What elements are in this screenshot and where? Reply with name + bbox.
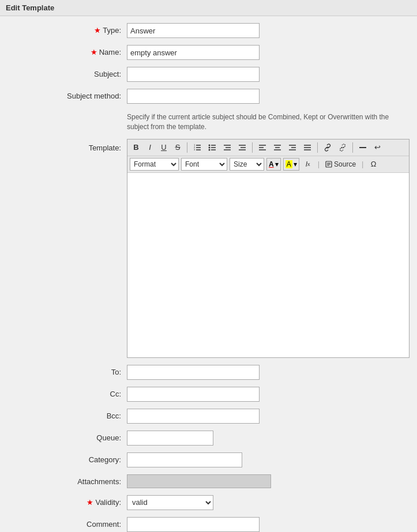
name-field: [127, 45, 410, 60]
bg-color-icon: A: [285, 160, 292, 168]
category-field: [127, 452, 410, 467]
align-justify-button[interactable]: [300, 141, 314, 154]
comment-input[interactable]: [127, 517, 260, 532]
toolbar-pipe-1: |: [318, 160, 320, 168]
toolbar-row1: B I U S 123: [127, 139, 409, 156]
svg-point-8: [209, 149, 211, 150]
font-color-arrow: ▾: [275, 160, 279, 168]
name-label: ★Name:: [0, 45, 127, 56]
attachments-input[interactable]: [127, 474, 271, 488]
size-select[interactable]: Size: [230, 158, 264, 171]
bg-color-arrow: ▾: [294, 160, 297, 168]
svg-text:3: 3: [194, 148, 196, 151]
subject-hint: Specify if the current article subject s…: [127, 112, 404, 132]
subject-method-label: Subject method:: [0, 89, 127, 100]
comment-field: [127, 517, 410, 532]
to-label: To:: [0, 365, 127, 376]
align-center-button[interactable]: [271, 141, 284, 154]
validity-label: ★Validity:: [0, 495, 127, 507]
required-star-type: ★: [94, 26, 101, 35]
subject-field: [127, 67, 410, 82]
toolbar-separator-3: [317, 142, 318, 153]
toolbar-row2: Format Font Size A ▾ A ▾: [127, 156, 409, 173]
validity-field: valid invalid: [127, 495, 410, 510]
page-title: Edit Template: [0, 0, 417, 16]
omega-button[interactable]: Ω: [367, 158, 380, 171]
unordered-list-button[interactable]: [205, 141, 219, 154]
format-select[interactable]: Format: [130, 158, 179, 171]
source-button[interactable]: Source: [323, 159, 358, 169]
queue-input[interactable]: [127, 431, 213, 446]
font-select[interactable]: Font: [181, 158, 227, 171]
toolbar-pipe-2: |: [362, 160, 363, 168]
ordered-list-button[interactable]: 123: [190, 141, 204, 154]
comment-label: Comment:: [0, 517, 127, 529]
type-field: [127, 23, 410, 38]
category-label: Category:: [0, 452, 127, 464]
subject-label: Subject:: [0, 67, 127, 78]
cc-field: [127, 387, 410, 402]
subject-method-field: [127, 89, 410, 104]
name-input[interactable]: [127, 45, 260, 60]
italic-button[interactable]: I: [144, 141, 156, 154]
toolbar-separator-2: [252, 142, 253, 153]
required-star-validity: ★: [87, 498, 93, 507]
toolbar-separator-1: [187, 142, 187, 153]
to-field: [127, 365, 410, 380]
validity-select[interactable]: valid invalid: [127, 495, 213, 510]
subject-input[interactable]: [127, 67, 260, 82]
source-label: Source: [334, 160, 356, 168]
indent-button[interactable]: [235, 141, 249, 154]
font-color-button[interactable]: A ▾: [266, 158, 281, 171]
hr-button[interactable]: [356, 141, 370, 154]
cc-input[interactable]: [127, 387, 260, 402]
align-right-button[interactable]: [285, 141, 299, 154]
underline-button[interactable]: U: [157, 141, 170, 154]
to-input[interactable]: [127, 365, 260, 380]
clear-format-button[interactable]: Ix: [302, 158, 314, 171]
font-color-icon: A: [269, 160, 274, 168]
strikethrough-button[interactable]: S: [171, 141, 184, 154]
link-button[interactable]: [321, 141, 335, 154]
bcc-label: Bcc:: [0, 409, 127, 420]
align-left-button[interactable]: [256, 141, 269, 154]
subject-hint-spacer: [0, 111, 127, 114]
attachments-label: Attachments:: [0, 474, 127, 486]
bcc-input[interactable]: [127, 409, 260, 424]
attachments-field: [127, 474, 410, 488]
subject-method-input[interactable]: [127, 89, 260, 104]
type-input[interactable]: [127, 23, 260, 38]
bcc-field: [127, 409, 410, 424]
cc-label: Cc:: [0, 387, 127, 398]
unlink-button[interactable]: [336, 141, 350, 154]
editor-content[interactable]: [127, 173, 409, 357]
bold-button[interactable]: B: [130, 141, 142, 154]
svg-point-6: [209, 144, 211, 146]
toolbar-separator-4: [352, 142, 353, 153]
svg-point-7: [209, 146, 211, 148]
source-icon: [325, 161, 332, 168]
template-label: Template:: [0, 139, 127, 152]
undo-button[interactable]: ↩: [371, 141, 384, 154]
type-label: ★Type:: [0, 23, 127, 35]
editor-wrapper: B I U S 123: [127, 139, 410, 358]
category-input[interactable]: [127, 452, 242, 467]
required-star-name: ★: [91, 48, 97, 56]
outdent-button[interactable]: [220, 141, 234, 154]
queue-field: [127, 431, 410, 446]
bg-color-button[interactable]: A ▾: [283, 158, 299, 171]
template-field: B I U S 123: [127, 139, 410, 358]
queue-label: Queue:: [0, 431, 127, 442]
